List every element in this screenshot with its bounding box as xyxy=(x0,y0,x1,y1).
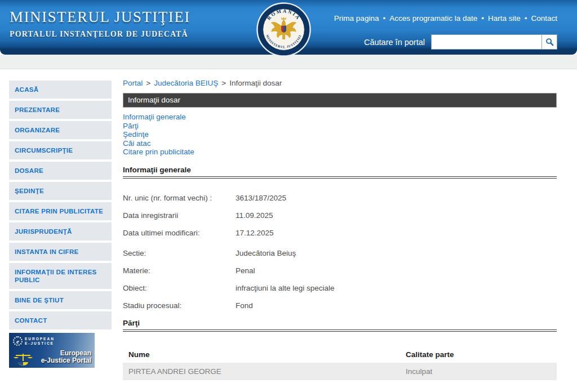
case-link-ca-i-atac[interactable]: Căi atac xyxy=(123,139,557,148)
header-link-contact[interactable]: Contact xyxy=(531,14,557,23)
site-title: MINISTERUL JUSTIŢIEI xyxy=(10,8,190,26)
sidebar-item-prezentare[interactable]: PREZENTARE xyxy=(9,101,112,119)
sidebar-item-circumscript-ie[interactable]: CIRCUMSCRIPŢIE xyxy=(9,141,112,159)
case-section-links: Informaţii generalePărţiŞedinţeCăi atacC… xyxy=(123,113,557,157)
portal-search: Căutare în portal xyxy=(364,34,557,50)
sidebar-nav: ACASĂPREZENTAREORGANIZARECIRCUMSCRIPŢIED… xyxy=(9,81,112,329)
link-separator: • xyxy=(525,14,527,23)
parties-table: NumeCalitate parte PIRTEA ANDREI GEORGEI… xyxy=(123,346,557,380)
header-link-prima-pagina[interactable]: Prima pagina xyxy=(334,14,379,23)
field-value: Fond xyxy=(236,301,253,310)
case-link-s-edint-e[interactable]: Şedinţe xyxy=(123,130,557,139)
breadcrumb-current: Informaţii dosar xyxy=(229,79,282,87)
field-value: Judecătoria Beiuş xyxy=(236,249,296,257)
field-value: 11.09.2025 xyxy=(236,211,273,220)
field-value: 3613/187/2025 xyxy=(236,194,286,202)
search-button[interactable] xyxy=(542,34,557,50)
breadcrumb-separator: > xyxy=(146,79,150,87)
ejustice-logo-line2: E-JUSTICE xyxy=(25,341,55,346)
breadcrumb-separator: > xyxy=(221,79,226,87)
ejustice-title-line2: e-Justice Portal xyxy=(41,357,91,364)
scales-icon xyxy=(14,353,33,366)
field-value: 17.12.2025 xyxy=(236,229,274,237)
case-link-citare-prin-publicitate[interactable]: Citare prin publicitate xyxy=(123,148,557,157)
sidebar-item-jurisprudent-a[interactable]: JURISPRUDENŢĂ xyxy=(9,222,112,240)
breadcrumb-link-judeca-toria-beius[interactable]: Judecătoria BEIUŞ xyxy=(154,79,218,87)
site-header: MINISTERUL JUSTIŢIEI PORTALUL INSTANŢELO… xyxy=(0,0,577,55)
sidebar-item-contact[interactable]: CONTACT xyxy=(9,311,112,329)
header-link-acces-programatic-la-date[interactable]: Acces programatic la date xyxy=(389,14,477,23)
sidebar-item-dosare[interactable]: DOSARE xyxy=(9,162,112,180)
ejustice-banner[interactable]: e EUROPEAN E-JUSTICE European e-Justice … xyxy=(9,333,95,368)
case-field-row: Data inregistrarii11.09.2025 xyxy=(123,211,557,220)
party-name: PIRTEA ANDREI GEORGE xyxy=(123,363,400,380)
search-label: Căutare în portal xyxy=(364,38,425,47)
general-info-heading: Informaţii generale xyxy=(123,166,557,179)
case-field-row: Data ultimei modificari:17.12.2025 xyxy=(123,229,557,237)
page-body: ACASĂPREZENTAREORGANIZARECIRCUMSCRIPŢIED… xyxy=(0,69,577,380)
case-field-row: Obiect:infracţiuni la alte legi speciale xyxy=(123,284,557,292)
page-title: Informaţii dosar xyxy=(123,93,557,108)
ejustice-logo-line1: EUROPEAN xyxy=(25,337,55,341)
field-label: Sectie: xyxy=(123,249,236,257)
party-role: Inculpat xyxy=(400,363,557,380)
field-label: Obiect: xyxy=(123,284,236,292)
sidebar-item-bine-de-s-tiut[interactable]: BINE DE ŞTIUT xyxy=(9,291,112,309)
column-header-nume: Nume xyxy=(123,346,400,363)
party-row: PIRTEA ANDREI GEORGEInculpat xyxy=(123,363,557,380)
field-value: infracţiuni la alte legi speciale xyxy=(236,284,335,292)
general-info-fields: Nr. unic (nr. format vechi) :3613/187/20… xyxy=(123,194,557,310)
site-subtitle: PORTALUL INSTANŢELOR DE JUDECATĂ xyxy=(10,30,190,39)
link-separator: • xyxy=(383,14,385,23)
case-link-informat-ii-generale[interactable]: Informaţii generale xyxy=(123,113,557,122)
ejustice-e-icon: e xyxy=(13,336,23,346)
case-field-row: Nr. unic (nr. format vechi) :3613/187/20… xyxy=(123,194,557,202)
case-link-pa-rt-i[interactable]: Părţi xyxy=(123,122,557,131)
field-value: Penal xyxy=(236,266,255,275)
ejustice-logo: e EUROPEAN E-JUSTICE xyxy=(13,336,55,346)
header-nav-links: Prima pagina•Acces programatic la date•H… xyxy=(334,14,557,23)
case-field-row: Materie:Penal xyxy=(123,266,557,275)
search-icon xyxy=(545,38,554,46)
breadcrumb: Portal>Judecătoria BEIUŞ>Informaţii dosa… xyxy=(123,79,557,87)
sidebar-item-organizare[interactable]: ORGANIZARE xyxy=(9,121,112,139)
main-content: Portal>Judecătoria BEIUŞ>Informaţii dosa… xyxy=(123,69,557,380)
ministry-seal-logo: ROMANIA MINISTERUL JUSTIŢIEI xyxy=(256,2,311,57)
field-label: Materie: xyxy=(123,266,236,275)
brand-block: MINISTERUL JUSTIŢIEI PORTALUL INSTANŢELO… xyxy=(10,8,190,39)
field-label: Stadiu procesual: xyxy=(123,301,236,310)
column-header-calitate-parte: Calitate parte xyxy=(400,346,557,363)
sidebar-item-instanta-in-cifre[interactable]: INSTANTA IN CIFRE xyxy=(9,243,112,261)
search-input[interactable] xyxy=(431,34,542,50)
field-label: Nr. unic (nr. format vechi) : xyxy=(123,194,236,202)
parties-heading: Părţi xyxy=(123,319,557,332)
field-label: Data inregistrarii xyxy=(123,211,236,220)
sidebar-item-acasa[interactable]: ACASĂ xyxy=(9,81,112,99)
sidebar: ACASĂPREZENTAREORGANIZARECIRCUMSCRIPŢIED… xyxy=(9,81,112,368)
case-field-row: Sectie:Judecătoria Beiuş xyxy=(123,249,557,257)
breadcrumb-link-portal[interactable]: Portal xyxy=(123,79,143,87)
link-separator: • xyxy=(481,14,484,23)
sidebar-item-s-edint-e[interactable]: ŞEDINŢE xyxy=(9,182,112,200)
field-label: Data ultimei modificari: xyxy=(123,229,236,237)
sidebar-item-informat-ii-de-interes-public[interactable]: INFORMAŢII DE INTERES PUBLIC xyxy=(9,263,112,289)
sidebar-item-citare-prin-publicitate[interactable]: CITARE PRIN PUBLICITATE xyxy=(9,202,112,220)
header-link-harta-site[interactable]: Harta site xyxy=(488,14,521,23)
case-field-row: Stadiu procesual:Fond xyxy=(123,301,557,310)
